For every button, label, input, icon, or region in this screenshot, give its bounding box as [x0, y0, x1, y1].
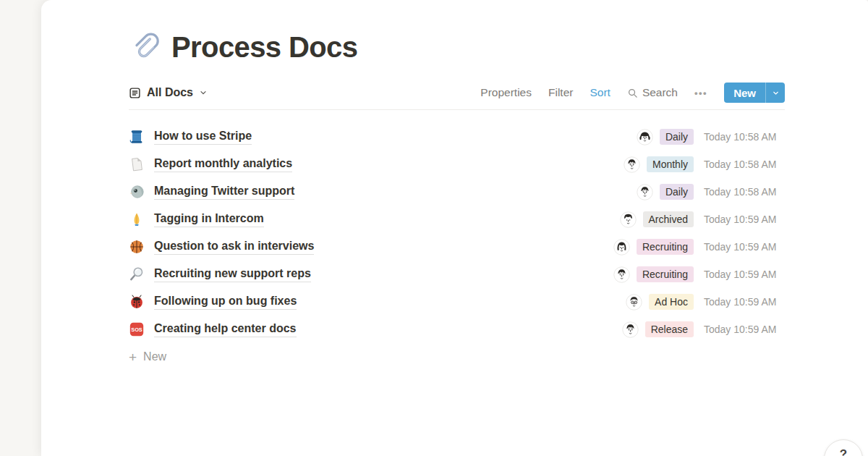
doc-title-link[interactable]: Managing Twitter support [154, 185, 294, 200]
doc-title-link[interactable]: Tagging in Intercom [154, 212, 264, 227]
table-row: Recruiting new support reps Recruiting T… [129, 261, 785, 288]
more-options-button[interactable]: ••• [694, 88, 707, 98]
tag-badge: Monthly [647, 156, 694, 172]
row-properties: Recruiting Today 10:59 AM [613, 239, 785, 256]
paperclip-icon[interactable] [129, 30, 162, 64]
table-row: Tagging in Intercom Archived Today 10:59… [129, 206, 785, 233]
tag-badge: Archived [643, 211, 694, 227]
filter-button[interactable]: Filter [548, 86, 573, 99]
row-properties: Archived Today 10:59 AM [620, 211, 785, 228]
lady-beetle-icon [129, 294, 145, 310]
view-bar: All Docs Properties Filter Sort Search •… [129, 81, 785, 104]
row-timestamp: Today 10:58 AM [704, 131, 785, 143]
praying-hands-icon [129, 211, 145, 227]
tag-badge: Release [645, 321, 694, 337]
doc-title-link[interactable]: Creating help center docs [154, 322, 297, 337]
tag-badge: Daily [660, 184, 694, 200]
bird-icon [129, 184, 145, 200]
row-timestamp: Today 10:58 AM [704, 186, 785, 198]
current-view-label: All Docs [147, 86, 193, 99]
row-timestamp: Today 10:59 AM [704, 324, 785, 335]
row-properties: Monthly Today 10:58 AM [624, 156, 785, 173]
row-timestamp: Today 10:59 AM [704, 214, 785, 225]
new-button-group: New [724, 83, 785, 103]
doc-title-link[interactable]: Recruiting new support reps [154, 267, 311, 282]
view-switcher-all-docs[interactable]: All Docs [129, 86, 208, 99]
table-row: Report monthly analytics Monthly Today 1… [129, 151, 785, 178]
row-properties: Daily Today 10:58 AM [637, 129, 785, 145]
page-curl-icon [129, 156, 145, 172]
tag-badge: Recruiting [637, 266, 694, 282]
search-button[interactable]: Search [627, 86, 678, 99]
table-row: Following up on bug fixes Ad Hoc Today 1… [129, 288, 785, 316]
doc-title-link[interactable]: Question to ask in interviews [154, 240, 314, 255]
avatar [626, 294, 642, 311]
add-new-doc-button[interactable]: + New [129, 343, 785, 371]
avatar [637, 129, 653, 145]
sort-button[interactable]: Sort [590, 86, 610, 99]
tag-badge: Recruiting [637, 239, 694, 255]
row-properties: Recruiting Today 10:59 AM [613, 266, 785, 283]
table-row: How to use Stripe Daily Today 10:58 AM [129, 123, 785, 151]
table-row: Question to ask in interviews Recruiting… [129, 233, 785, 261]
table-row: Creating help center docs Release Today … [129, 316, 785, 343]
sos-icon [129, 321, 145, 337]
doc-title-link[interactable]: Report monthly analytics [154, 157, 292, 172]
plus-icon: + [129, 350, 137, 364]
chevron-down-icon [199, 88, 208, 97]
tag-badge: Ad Hoc [649, 294, 694, 310]
row-properties: Release Today 10:59 AM [622, 321, 785, 338]
list-view-icon [129, 87, 141, 99]
search-icon [627, 88, 638, 98]
search-label: Search [642, 86, 678, 99]
avatar [624, 156, 640, 173]
toolbar-divider [129, 109, 785, 110]
chevron-down-icon [772, 89, 780, 97]
page-card: Process Docs All Docs Properties Filter … [41, 0, 868, 456]
doc-title-link[interactable]: Following up on bug fixes [154, 295, 297, 310]
new-dropdown-button[interactable] [765, 83, 785, 103]
new-button[interactable]: New [724, 83, 765, 103]
avatar [613, 266, 630, 283]
page-title: Process Docs [171, 31, 357, 64]
avatar [620, 211, 637, 228]
avatar [613, 239, 630, 256]
basketball-icon [129, 239, 145, 255]
table-row: Managing Twitter support Daily Today 10:… [129, 178, 785, 206]
toolbar: Properties Filter Sort Search ••• New [480, 83, 785, 103]
doc-list: How to use Stripe Daily Today 10:58 AM R… [129, 123, 785, 343]
row-timestamp: Today 10:58 AM [704, 159, 785, 170]
magnifying-glass-icon [129, 266, 145, 282]
doc-title-link[interactable]: How to use Stripe [154, 130, 252, 145]
row-timestamp: Today 10:59 AM [704, 296, 785, 308]
page-header: Process Docs [129, 30, 785, 64]
avatar [637, 184, 653, 200]
help-button-label: ? [840, 447, 847, 456]
row-timestamp: Today 10:59 AM [704, 241, 785, 253]
row-properties: Ad Hoc Today 10:59 AM [626, 294, 785, 311]
thread-spool-icon [129, 129, 145, 145]
properties-button[interactable]: Properties [480, 86, 532, 99]
avatar [622, 321, 639, 338]
new-row-label: New [143, 350, 166, 363]
tag-badge: Daily [660, 129, 694, 145]
row-timestamp: Today 10:59 AM [704, 269, 785, 280]
row-properties: Daily Today 10:58 AM [637, 184, 785, 200]
